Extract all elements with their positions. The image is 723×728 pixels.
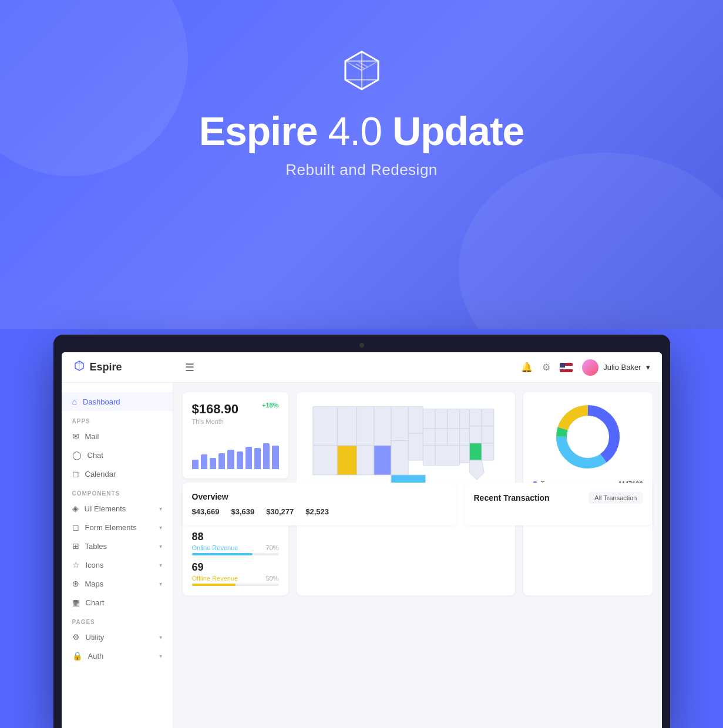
svg-rect-26: [435, 409, 448, 429]
offline-label: Offline Revenue: [192, 575, 238, 582]
topbar-right: 🔔 ⚙ Julio Baker ▾: [521, 359, 650, 376]
revenue-period: This Month: [192, 418, 239, 425]
bar: [218, 453, 225, 470]
offline-bar-fill: [192, 584, 236, 586]
overview-card: Overview $43,669 $3,639 $30,: [183, 483, 456, 525]
stat-value-2: $3,639: [231, 507, 255, 516]
chevron-icon: ▾: [159, 543, 162, 550]
sidebar-label-dashboard: Dashboard: [83, 397, 120, 406]
flag-icon[interactable]: [560, 363, 573, 372]
svg-rect-20: [374, 446, 391, 475]
revenue-amount: $168.90: [192, 402, 239, 417]
sidebar-label-chat: Chat: [88, 451, 103, 460]
svg-rect-30: [482, 409, 494, 426]
icons-icon: ☆: [72, 560, 80, 569]
main-content: ⌂ Dashboard APPS ✉ Mail ◯ Chat: [62, 383, 662, 728]
hero-title-update: Update: [392, 109, 524, 153]
sidebar-item-chart[interactable]: ▦ Chart: [62, 593, 173, 612]
overview-stat-2: $3,639: [231, 507, 255, 516]
svg-rect-21: [391, 406, 408, 440]
chevron-icon: ▾: [159, 562, 162, 568]
hero-section: Espire 4.0 Update Rebuilt and Redesign: [0, 0, 723, 179]
chevron-icon: ▾: [159, 505, 162, 512]
sidebar-item-icons[interactable]: ☆ Icons ▾: [62, 555, 173, 574]
utility-icon: ⚙: [72, 632, 80, 642]
laptop-mockup: Espire ☰ 🔔 ⚙ Julio Baker ▾: [53, 335, 670, 728]
user-badge[interactable]: Julio Baker ▾: [582, 359, 650, 376]
offline-bar-bg: [192, 584, 279, 586]
sidebar-label-mail: Mail: [85, 432, 99, 441]
svg-rect-31: [423, 429, 435, 446]
avatar: [582, 359, 598, 376]
svg-rect-28: [459, 409, 469, 429]
auth-icon: 🔒: [72, 651, 82, 660]
dashboard-content: $168.90 This Month +18%: [173, 383, 662, 728]
sidebar-label-tables: Tables: [85, 542, 107, 551]
svg-rect-34: [459, 429, 469, 446]
online-bar-fill: [192, 553, 253, 555]
sidebar-item-utility[interactable]: ⚙ Utility ▾: [62, 628, 173, 646]
transaction-card: Recent Transaction All Transaction: [465, 483, 653, 525]
notification-icon[interactable]: 🔔: [521, 362, 533, 373]
svg-rect-33: [447, 429, 459, 446]
sidebar-item-tables[interactable]: ⊞ Tables ▾: [62, 537, 173, 555]
svg-rect-18: [337, 446, 357, 475]
bar-chart: [192, 437, 279, 469]
sidebar-item-chat[interactable]: ◯ Chat: [62, 446, 173, 464]
overview-stats: $43,669 $3,639 $30,277 $2,: [192, 507, 447, 516]
sidebar-item-calendar[interactable]: ◻ Calendar: [62, 464, 173, 483]
donut-container: [533, 402, 643, 472]
mail-icon: ✉: [72, 432, 79, 441]
bar: [254, 448, 261, 469]
calendar-icon: ◻: [72, 469, 79, 478]
bar: [272, 446, 278, 469]
tables-icon: ⊞: [72, 541, 79, 551]
chat-icon: ◯: [72, 450, 82, 460]
svg-line-4: [362, 52, 378, 61]
overview-stat-1: $43,669: [192, 507, 220, 516]
chevron-icon: ▾: [159, 653, 162, 659]
svg-rect-37: [423, 446, 435, 465]
svg-rect-41: [482, 443, 494, 460]
sidebar-label-form-elements: Form Elements: [85, 523, 137, 532]
svg-rect-27: [447, 409, 459, 429]
sidebar-item-maps[interactable]: ⊕ Maps ▾: [62, 574, 173, 593]
sidebar-item-mail[interactable]: ✉ Mail: [62, 427, 173, 446]
sidebar-section-pages: PAGES: [62, 612, 173, 628]
sidebar-item-auth[interactable]: 🔒 Auth ▾: [62, 646, 173, 665]
svg-marker-43: [469, 460, 484, 480]
sidebar-item-dashboard[interactable]: ⌂ Dashboard: [62, 392, 173, 411]
sidebar-item-form-elements[interactable]: ◻ Form Elements ▾: [62, 518, 173, 537]
sidebar-item-ui-elements[interactable]: ◈ UI Elements ▾: [62, 499, 173, 518]
svg-rect-17: [312, 446, 337, 475]
chevron-icon: ▾: [159, 524, 162, 531]
all-transaction-button[interactable]: All Transaction: [589, 492, 643, 504]
stat-value-4: $2,523: [305, 507, 329, 516]
svg-rect-29: [469, 409, 482, 426]
overview-stat-3: $30,277: [266, 507, 294, 516]
online-stat: 88 Online Revenue 70%: [192, 531, 279, 555]
svg-line-6: [362, 61, 378, 70]
dashboard: Espire ☰ 🔔 ⚙ Julio Baker ▾: [62, 352, 662, 728]
online-value: 88: [192, 531, 279, 543]
hamburger-icon[interactable]: ☰: [185, 361, 194, 374]
sidebar-section-components: COMPONENTS: [62, 483, 173, 499]
bar: [263, 443, 270, 469]
offline-pct: 50%: [265, 575, 278, 582]
svg-rect-25: [423, 409, 435, 429]
bottom-row: Overview $43,669 $3,639 $30,: [183, 483, 653, 525]
svg-rect-32: [435, 429, 448, 446]
laptop-camera: [359, 343, 364, 348]
offline-stat: 69 Offline Revenue 50%: [192, 561, 279, 586]
chevron-icon: ▾: [159, 634, 162, 641]
hero-title-version: 4.0: [328, 109, 382, 153]
online-pct: 70%: [265, 544, 278, 551]
sidebar-label-calendar: Calendar: [85, 470, 116, 478]
settings-icon[interactable]: ⚙: [542, 362, 550, 373]
online-bar-bg: [192, 553, 279, 555]
transaction-title: Recent Transaction: [474, 493, 550, 503]
home-icon: ⌂: [72, 397, 77, 406]
sidebar: ⌂ Dashboard APPS ✉ Mail ◯ Chat: [62, 383, 173, 728]
svg-rect-36: [482, 426, 494, 443]
user-chevron-icon: ▾: [646, 363, 650, 372]
